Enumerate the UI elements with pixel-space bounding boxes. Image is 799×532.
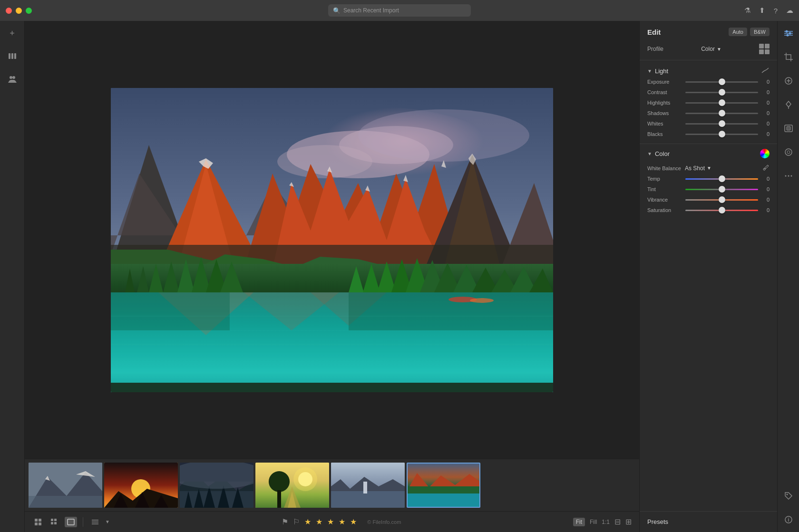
whites-thumb[interactable] xyxy=(719,120,725,127)
shadows-track[interactable] xyxy=(685,113,758,114)
single-view-button[interactable] xyxy=(65,517,77,527)
contrast-label: Contrast xyxy=(647,89,682,95)
saturation-thumb[interactable] xyxy=(719,207,725,213)
tint-track[interactable] xyxy=(685,189,758,190)
library-icon[interactable] xyxy=(6,49,19,63)
panel-title: Edit xyxy=(647,28,661,36)
filter-icon[interactable]: ⚗ xyxy=(744,6,750,15)
filmstrip-thumb-3[interactable] xyxy=(180,463,253,508)
search-bar[interactable]: 🔍 Search Recent Import xyxy=(328,4,471,17)
vibrance-track[interactable] xyxy=(685,199,758,201)
temp-value: 0 xyxy=(762,176,770,182)
cloud-icon[interactable]: ☁ xyxy=(786,6,793,15)
filmstrip xyxy=(25,459,639,511)
white-balance-value: As Shot xyxy=(685,165,705,172)
whites-track[interactable] xyxy=(685,123,758,125)
more-icon[interactable] xyxy=(782,169,795,183)
temp-track[interactable] xyxy=(685,178,758,180)
info-icon[interactable]: i xyxy=(782,513,795,526)
color-section-header[interactable]: ▼ Color xyxy=(640,144,777,162)
light-curve-icon[interactable] xyxy=(761,67,770,75)
compare-icon[interactable]: ⊟ xyxy=(614,517,621,526)
fill-button[interactable]: Fill xyxy=(590,519,597,525)
svg-text:i: i xyxy=(788,517,789,522)
svg-rect-108 xyxy=(54,519,57,521)
sort-dropdown-icon[interactable]: ▼ xyxy=(105,519,110,524)
healing-icon[interactable] xyxy=(782,74,795,87)
close-button[interactable] xyxy=(6,8,12,14)
main-area: + xyxy=(0,21,799,532)
filmstrip-thumb-4[interactable] xyxy=(255,463,329,508)
white-balance-row: White Balance As Shot ▼ xyxy=(640,162,777,176)
flag-icon[interactable]: ⚑ xyxy=(282,517,288,526)
far-right-panel: i xyxy=(777,21,799,532)
exposure-thumb[interactable] xyxy=(719,78,725,85)
side-by-side-icon[interactable]: ⊞ xyxy=(625,517,632,526)
eyedropper-icon[interactable] xyxy=(763,164,770,172)
star-3[interactable]: ★ xyxy=(327,517,334,526)
people-icon[interactable] xyxy=(6,72,19,86)
export-icon[interactable]: ⬆ xyxy=(759,6,765,15)
presets-label: Presets xyxy=(647,518,668,525)
svg-point-131 xyxy=(788,175,789,177)
filmstrip-thumb-1[interactable] xyxy=(29,463,102,508)
filmstrip-thumb-6[interactable] xyxy=(407,463,480,508)
contrast-track[interactable] xyxy=(685,92,758,93)
svg-rect-104 xyxy=(39,519,41,522)
contrast-thumb[interactable] xyxy=(719,89,725,96)
star-2[interactable]: ★ xyxy=(316,517,322,526)
masking-icon[interactable] xyxy=(782,122,795,135)
temp-thumb[interactable] xyxy=(719,175,725,182)
svg-point-9 xyxy=(277,145,372,178)
profile-grid-icon[interactable] xyxy=(759,44,770,54)
presets-footer[interactable]: Presets xyxy=(640,511,777,532)
saturation-slider-row: Saturation 0 xyxy=(647,207,770,213)
svg-point-91 xyxy=(269,471,290,492)
minimize-button[interactable] xyxy=(16,8,22,14)
blacks-thumb[interactable] xyxy=(719,131,725,137)
svg-rect-109 xyxy=(51,522,53,524)
vibrance-thumb[interactable] xyxy=(719,196,725,203)
panel-header: Edit Auto B&W xyxy=(640,21,777,41)
whites-label: Whites xyxy=(647,121,682,126)
sort-button[interactable] xyxy=(89,517,101,527)
color-wheel-icon[interactable] xyxy=(760,149,770,158)
highlights-thumb[interactable] xyxy=(719,99,725,106)
filmstrip-thumb-5[interactable] xyxy=(331,463,405,508)
highlights-label: Highlights xyxy=(647,100,682,106)
shadows-thumb[interactable] xyxy=(719,110,725,116)
radial-filter-icon[interactable] xyxy=(782,145,795,159)
saturation-track[interactable] xyxy=(685,210,758,211)
light-section-header[interactable]: ▼ Light xyxy=(640,62,777,79)
blacks-track[interactable] xyxy=(685,134,758,135)
auto-button[interactable]: Auto xyxy=(729,28,747,36)
filmstrip-thumb-2[interactable] xyxy=(104,463,178,508)
svg-rect-103 xyxy=(35,519,38,522)
tag-icon[interactable] xyxy=(782,489,795,503)
help-icon[interactable]: ? xyxy=(774,7,778,15)
white-balance-selector[interactable]: As Shot ▼ xyxy=(685,165,711,172)
flag-pick-icon[interactable]: ⚐ xyxy=(293,517,300,526)
toolbar-divider xyxy=(83,517,83,527)
ratio-button[interactable]: 1:1 xyxy=(602,519,610,525)
brush-icon[interactable] xyxy=(782,98,795,111)
star-5[interactable]: ★ xyxy=(350,517,357,526)
crop-icon[interactable] xyxy=(782,50,795,64)
add-icon[interactable]: + xyxy=(6,27,19,40)
highlights-track[interactable] xyxy=(685,102,758,104)
bw-button[interactable]: B&W xyxy=(750,28,770,36)
adjustments-icon[interactable] xyxy=(782,27,795,40)
maximize-button[interactable] xyxy=(26,8,32,14)
star-1[interactable]: ★ xyxy=(304,517,311,526)
grid-view-button[interactable] xyxy=(32,517,45,527)
svg-point-121 xyxy=(786,34,789,37)
white-balance-label: White Balance xyxy=(647,165,681,171)
center-area: ▼ ⚑ ⚐ ★ ★ ★ ★ ★ © FileInfo.com Fit Fill … xyxy=(25,21,639,532)
tint-thumb[interactable] xyxy=(719,186,725,193)
exposure-track[interactable] xyxy=(685,81,758,83)
fit-button[interactable]: Fit xyxy=(573,518,585,526)
temp-slider-row: Temp 0 xyxy=(647,176,770,182)
list-view-button[interactable] xyxy=(49,517,61,527)
profile-value-selector[interactable]: Color ▼ xyxy=(701,46,721,52)
star-4[interactable]: ★ xyxy=(339,517,345,526)
